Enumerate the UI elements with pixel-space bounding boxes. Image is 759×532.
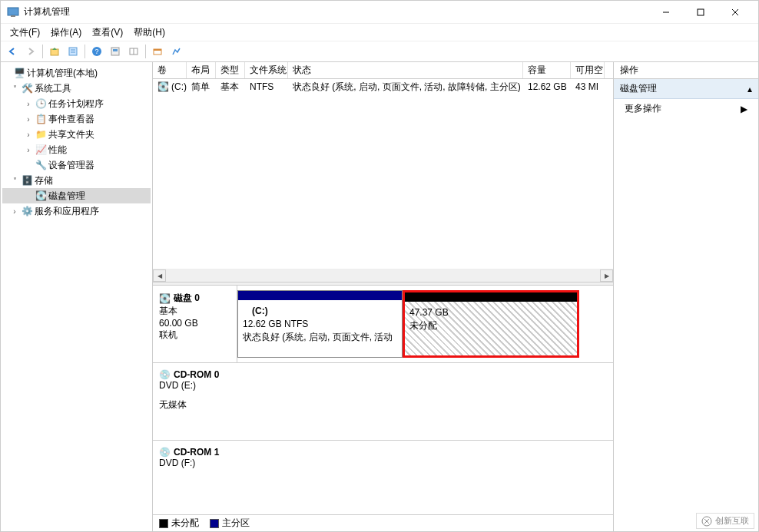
device-icon: 🔧 — [35, 159, 47, 171]
legend-unallocated: 未分配 — [159, 517, 199, 530]
col-fs[interactable]: 文件系统 — [245, 62, 288, 78]
h-scrollbar[interactable]: ◀ ▶ — [153, 269, 613, 282]
action-section[interactable]: 磁盘管理 ▴ — [614, 79, 758, 99]
watermark: 创新互联 — [696, 513, 754, 529]
menu-view[interactable]: 查看(V) — [88, 25, 128, 41]
svg-rect-1 — [11, 15, 15, 17]
tree-services-apps[interactable]: ›⚙️服务和应用程序 — [2, 203, 151, 219]
volume-row[interactable]: 💽(C:) 简单 基本 NTFS 状态良好 (系统, 启动, 页面文件, 活动,… — [153, 79, 613, 94]
tree-event-viewer[interactable]: ›📋事件查看器 — [2, 111, 151, 127]
svg-rect-0 — [8, 8, 18, 15]
toolbar-btn-4[interactable] — [167, 43, 184, 60]
legend-primary: 主分区 — [210, 517, 250, 530]
app-icon — [7, 6, 19, 18]
titlebar: 计算机管理 — [1, 1, 758, 24]
menu-help[interactable]: 帮助(H) — [129, 25, 170, 41]
minimize-button[interactable] — [648, 1, 683, 24]
nav-tree[interactable]: 🖥️计算机管理(本地) ˅🛠️系统工具 ›🕒任务计划程序 ›📋事件查看器 ›📁共… — [1, 62, 153, 531]
clock-icon: 🕒 — [35, 97, 47, 110]
col-volume[interactable]: 卷 — [153, 62, 187, 78]
scroll-left-button[interactable]: ◀ — [153, 269, 166, 282]
volume-header[interactable]: 卷 布局 类型 文件系统 状态 容量 可用空 — [153, 62, 613, 79]
col-free[interactable]: 可用空 — [571, 62, 605, 78]
close-button[interactable] — [718, 1, 752, 24]
properties-button[interactable] — [65, 43, 81, 60]
window-title: 计算机管理 — [24, 5, 648, 18]
scroll-right-button[interactable]: ▶ — [600, 269, 613, 282]
partition-unallocated[interactable]: 47.37 GB 未分配 — [403, 290, 579, 358]
disk-layout-area: 💽磁盘 0 基本 60.00 GB 联机 (C:) 12.62 GB NTFS … — [153, 286, 613, 514]
col-status[interactable]: 状态 — [288, 62, 523, 78]
menu-file[interactable]: 文件(F) — [5, 25, 45, 41]
tree-task-scheduler[interactable]: ›🕒任务计划程序 — [2, 96, 151, 111]
disk-block: 💿CD-ROM 0 DVD (E:) 无媒体 — [153, 363, 613, 441]
tools-icon: 🛠️ — [21, 82, 33, 94]
services-icon: ⚙️ — [21, 205, 33, 217]
folder-icon: 📁 — [35, 128, 47, 140]
disk-icon: 💽 — [159, 293, 171, 304]
back-button[interactable] — [4, 43, 21, 60]
col-type[interactable]: 类型 — [216, 62, 245, 78]
computer-icon: 🖥️ — [13, 67, 25, 79]
volume-table: 卷 布局 类型 文件系统 状态 容量 可用空 💽(C:) 简单 基本 NTFS … — [153, 62, 613, 282]
svg-rect-7 — [69, 48, 77, 55]
up-button[interactable] — [46, 43, 63, 60]
tree-performance[interactable]: ›📈性能 — [2, 142, 151, 157]
arrow-right-icon: ▶ — [741, 104, 747, 114]
cdrom-icon: 💿 — [159, 369, 171, 380]
col-layout[interactable]: 布局 — [187, 62, 216, 78]
disk-info[interactable]: 💿CD-ROM 1 DVD (F:) — [153, 441, 237, 514]
tree-storage[interactable]: ˅🗄️存储 — [2, 173, 151, 188]
disk-info[interactable]: 💿CD-ROM 0 DVD (E:) 无媒体 — [153, 363, 237, 440]
svg-text:?: ? — [94, 48, 98, 55]
svg-rect-6 — [51, 49, 58, 55]
svg-rect-17 — [154, 49, 161, 51]
storage-icon: 🗄️ — [21, 174, 33, 187]
forward-button[interactable] — [22, 43, 39, 60]
cdrom-icon: 💿 — [159, 447, 171, 458]
disk-icon: 💽 — [35, 190, 47, 202]
svg-rect-3 — [698, 9, 704, 15]
maximize-button[interactable] — [683, 1, 718, 24]
tree-system-tools[interactable]: ˅🛠️系统工具 — [2, 81, 151, 96]
legend: 未分配 主分区 — [153, 514, 613, 531]
menu-action[interactable]: 操作(A) — [46, 25, 86, 41]
collapse-icon: ▴ — [747, 84, 752, 94]
menubar: 文件(F) 操作(A) 查看(V) 帮助(H) — [1, 24, 758, 41]
disk-block: 💿CD-ROM 1 DVD (F:) — [153, 441, 613, 514]
disk-block: 💽磁盘 0 基本 60.00 GB 联机 (C:) 12.62 GB NTFS … — [153, 286, 613, 363]
toolbar: ? — [1, 41, 758, 62]
col-capacity[interactable]: 容量 — [523, 62, 571, 78]
disk-info[interactable]: 💽磁盘 0 基本 60.00 GB 联机 — [153, 286, 237, 362]
action-more[interactable]: 更多操作 ▶ — [614, 99, 758, 118]
tree-root[interactable]: 🖥️计算机管理(本地) — [2, 65, 151, 81]
svg-rect-13 — [113, 49, 118, 51]
help-button[interactable]: ? — [88, 43, 105, 60]
perf-icon: 📈 — [35, 144, 47, 156]
tree-device-manager[interactable]: 🔧设备管理器 — [2, 157, 151, 173]
event-icon: 📋 — [35, 113, 47, 125]
actions-title: 操作 — [614, 62, 758, 79]
toolbar-btn-1[interactable] — [107, 43, 124, 60]
drive-icon: 💽 — [157, 81, 169, 92]
toolbar-btn-2[interactable] — [125, 43, 142, 60]
partition-primary[interactable]: (C:) 12.62 GB NTFS 状态良好 (系统, 启动, 页面文件, 活… — [237, 290, 403, 358]
toolbar-btn-3[interactable] — [149, 43, 166, 60]
actions-pane: 操作 磁盘管理 ▴ 更多操作 ▶ — [614, 62, 758, 531]
tree-disk-management[interactable]: 💽磁盘管理 — [2, 188, 151, 203]
tree-shared-folders[interactable]: ›📁共享文件夹 — [2, 127, 151, 142]
